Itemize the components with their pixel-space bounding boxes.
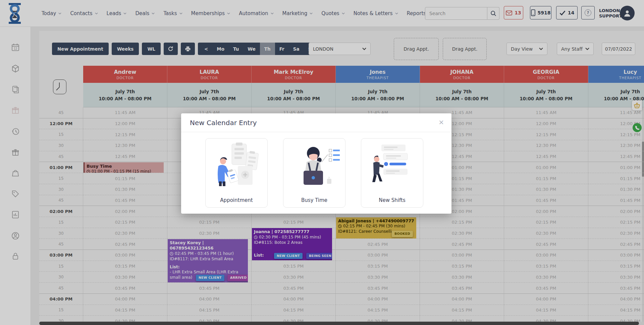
option-appointment-card[interactable]: Appointment — [205, 138, 268, 208]
option-busy-time-card[interactable]: Busy Time — [283, 138, 345, 208]
new-calendar-entry-modal: New Calendar Entry × Appointment — [181, 113, 451, 214]
new-shifts-illustration — [367, 142, 418, 186]
option-new-shifts-card[interactable]: New Shifts — [361, 138, 423, 208]
option-appointment-label: Appointment — [206, 197, 267, 203]
busy-time-illustration — [289, 142, 340, 186]
close-icon[interactable]: × — [438, 118, 444, 126]
option-new-shifts-label: New Shifts — [361, 197, 423, 203]
modal-title: New Calendar Entry — [190, 119, 257, 127]
option-busy-time-label: Busy Time — [283, 197, 345, 203]
appointment-illustration — [212, 142, 262, 186]
modal-header: New Calendar Entry × — [181, 113, 451, 132]
